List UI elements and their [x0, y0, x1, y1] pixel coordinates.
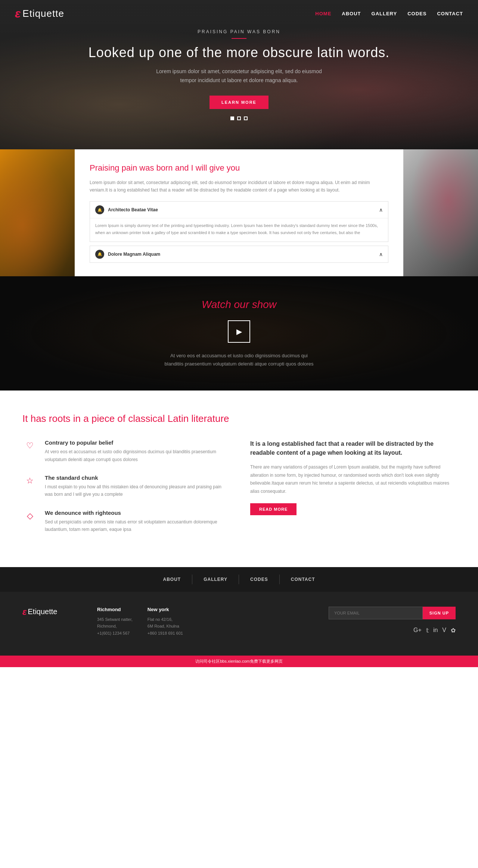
- footer-richmond-heading: Richmond: [97, 607, 133, 612]
- features-title: It has roots in a piece of classical Lat…: [22, 413, 456, 424]
- features-section: It has roots in a piece of classical Lat…: [0, 391, 478, 567]
- features-right-heading: It is a long established fact that a rea…: [250, 439, 456, 457]
- feature-heading-1: Contrary to popular belief: [45, 439, 228, 446]
- accordion-chevron-1: ∧: [379, 207, 383, 213]
- nav-codes[interactable]: CODES: [407, 11, 426, 16]
- accordion-chevron-2: ∧: [379, 251, 383, 257]
- footer-newyork-heading: New york: [148, 607, 183, 612]
- newsletter-email-input[interactable]: [329, 607, 423, 619]
- features-grid: ♡ Contrary to popular belief At vero eos…: [22, 439, 456, 544]
- nav-home[interactable]: HOME: [315, 11, 331, 16]
- site-header: ε Etiquette HOME ABOUT GALLERY CODES CON…: [0, 0, 478, 27]
- features-right-text: There are many variations of passages of…: [250, 463, 456, 495]
- footer-newyork-address: Flat no 42/16, 6M Road, Khulna +860 1918…: [148, 616, 183, 637]
- split-image-left: [0, 149, 75, 276]
- twitter-icon[interactable]: 𝕥: [426, 627, 429, 634]
- footer-newsletter: Sign Up G+ 𝕥 in V ✿: [198, 607, 456, 634]
- nav-about[interactable]: ABOUT: [342, 11, 361, 16]
- footer-logo-text: Etiquette: [28, 607, 57, 616]
- dot-2[interactable]: [237, 116, 241, 120]
- linkedin-icon[interactable]: in: [433, 627, 438, 634]
- footer-newyork-col: New york Flat no 42/16, 6M Road, Khulna …: [148, 607, 183, 637]
- split-content: Praising pain was born and I will give y…: [75, 149, 403, 276]
- feature-desc-3: Sed ut perspiciatis unde omnis iste natu…: [45, 518, 228, 533]
- footer-richmond-col: Richmond 345 Setwant natter, Richmond, +…: [97, 607, 133, 637]
- feature-item-2: ☆ The standard chunk I must explain to y…: [22, 475, 228, 498]
- accordion-item-1: 🔔 Architecto Beatae Vitae ∧ Lorem Ipsum …: [90, 201, 388, 242]
- read-more-button[interactable]: READ MORE: [250, 503, 297, 515]
- video-title: Watch our show: [164, 299, 314, 311]
- split-paragraph: Lorem ipsum dolor sit amet, consectetur …: [90, 179, 388, 194]
- feature-item-3: ◇ We denounce with righteous Sed ut pers…: [22, 510, 228, 533]
- hero-content: PRAISING PAIN WAS BORN Looked up one of …: [89, 29, 389, 120]
- hero-section: ε Etiquette HOME ABOUT GALLERY CODES CON…: [0, 0, 478, 149]
- accordion-header-left-1: 🔔 Architecto Beatae Vitae: [95, 205, 158, 214]
- footer-nav: ABOUT GALLERY CODES CONTACT: [0, 567, 478, 592]
- logo-text: Etiquette: [22, 8, 64, 19]
- footer-columns: ε Etiquette Richmond 345 Setwant natter,…: [22, 607, 456, 637]
- split-heading: Praising pain was born and I will give y…: [90, 163, 388, 174]
- feature-icon-diamond-wrap: ◇: [22, 510, 37, 521]
- nav-gallery[interactable]: GALLERY: [372, 11, 397, 16]
- split-section: Praising pain was born and I will give y…: [0, 149, 478, 276]
- learn-more-button[interactable]: LEARN MORE: [209, 96, 269, 109]
- footer-logo-column: ε Etiquette: [22, 607, 82, 622]
- feature-text-1: Contrary to popular belief At vero eos e…: [45, 439, 228, 463]
- feature-heading-3: We denounce with righteous: [45, 510, 228, 516]
- google-plus-icon[interactable]: G+: [413, 627, 422, 634]
- footer-logo-icon: ε: [22, 607, 27, 617]
- feature-desc-2: I must explain to you how all this mista…: [45, 483, 228, 498]
- feature-desc-1: At vero eos et accusamus et iusto odio d…: [45, 448, 228, 463]
- footer-nav-contact[interactable]: CONTACT: [280, 575, 326, 584]
- vimeo-icon[interactable]: V: [442, 627, 446, 634]
- footer-logo: ε Etiquette: [22, 607, 82, 617]
- hero-description: Lorem ipsum dolor sit amet, consectetur …: [149, 67, 329, 85]
- feature-icon-star-wrap: ☆: [22, 475, 37, 486]
- accordion-header-1[interactable]: 🔔 Architecto Beatae Vitae ∧: [90, 202, 388, 218]
- dot-1[interactable]: [230, 116, 234, 120]
- split-image-right: [403, 149, 478, 276]
- site-logo[interactable]: ε Etiquette: [15, 7, 64, 21]
- video-content: Watch our show ▶ At vero eos et accusamu…: [164, 299, 314, 368]
- feature-item-1: ♡ Contrary to popular belief At vero eos…: [22, 439, 228, 463]
- dot-3[interactable]: [244, 116, 248, 120]
- footer-nav-codes[interactable]: CODES: [239, 575, 280, 584]
- main-nav: HOME ABOUT GALLERY CODES CONTACT: [315, 11, 463, 16]
- hero-title: Looked up one of the more obscure latin …: [89, 45, 389, 60]
- newsletter-form: Sign Up: [329, 607, 456, 619]
- feature-heading-2: The standard chunk: [45, 475, 228, 481]
- footer-nav-about[interactable]: ABOUT: [152, 575, 192, 584]
- footer-bottom: ε Etiquette Richmond 345 Setwant natter,…: [0, 592, 478, 656]
- accordion-icon-1: 🔔: [95, 205, 104, 214]
- accordion-item-2: 🔔 Dolore Magnam Aliquam ∧: [90, 246, 388, 263]
- accordion-header-2[interactable]: 🔔 Dolore Magnam Aliquam ∧: [90, 246, 388, 262]
- features-left: ♡ Contrary to popular belief At vero eos…: [22, 439, 228, 544]
- hero-dots: [89, 116, 389, 120]
- video-description: At vero eos et accusamus et iusto odio d…: [164, 352, 314, 368]
- feature-icon-heart-wrap: ♡: [22, 439, 37, 451]
- accordion-title-2: Dolore Magnam Aliquam: [108, 252, 160, 257]
- star-icon: ☆: [26, 476, 34, 486]
- features-right: It is a long established fact that a rea…: [250, 439, 456, 544]
- feature-text-3: We denounce with righteous Sed ut perspi…: [45, 510, 228, 533]
- play-button[interactable]: ▶: [228, 320, 250, 343]
- social-icons: G+ 𝕥 in V ✿: [413, 627, 456, 634]
- watermark-bar: 访问司令社区bbs.xienlao.com免费下载更多网页: [0, 656, 478, 667]
- footer-richmond-address: 345 Setwant natter, Richmond, +1(601) 12…: [97, 616, 133, 637]
- footer-nav-gallery[interactable]: GALLERY: [192, 575, 239, 584]
- dribbble-icon[interactable]: ✿: [451, 627, 456, 634]
- video-section: Watch our show ▶ At vero eos et accusamu…: [0, 276, 478, 391]
- accordion-body-1: Lorem Ipsum is simply dummy text of the …: [90, 218, 388, 241]
- heart-icon: ♡: [26, 441, 34, 451]
- accordion-header-left-2: 🔔 Dolore Magnam Aliquam: [95, 250, 160, 259]
- hero-underline: [232, 38, 246, 39]
- hero-subtitle: PRAISING PAIN WAS BORN: [89, 29, 389, 34]
- newsletter-submit-button[interactable]: Sign Up: [423, 607, 456, 619]
- feature-text-2: The standard chunk I must explain to you…: [45, 475, 228, 498]
- accordion-icon-2: 🔔: [95, 250, 104, 259]
- accordion-title-1: Architecto Beatae Vitae: [108, 207, 158, 212]
- diamond-icon: ◇: [27, 511, 33, 521]
- logo-icon: ε: [15, 7, 21, 21]
- nav-contact[interactable]: CONTACT: [437, 11, 463, 16]
